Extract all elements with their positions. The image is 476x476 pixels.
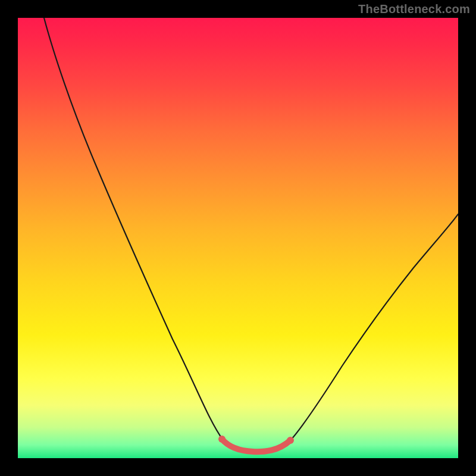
watermark-text: TheBottleneck.com xyxy=(358,2,470,16)
plot-area xyxy=(18,18,458,458)
chart-frame: TheBottleneck.com xyxy=(0,0,476,476)
severity-gradient-background xyxy=(18,18,458,458)
